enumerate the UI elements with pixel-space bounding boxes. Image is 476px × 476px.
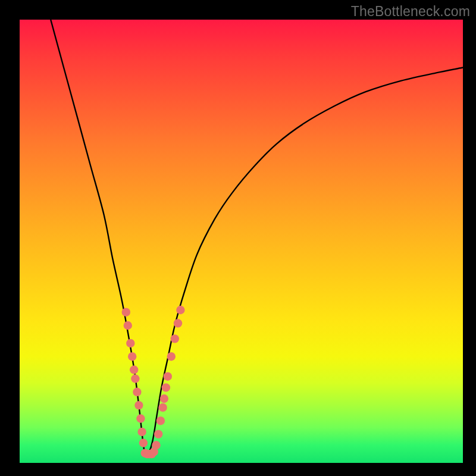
- scatter-dot: [167, 352, 176, 361]
- scatter-dot: [171, 334, 179, 343]
- chart-frame: TheBottleneck.com: [0, 0, 476, 476]
- chart-svg: [20, 20, 463, 463]
- bottleneck-curve: [51, 20, 463, 456]
- scatter-dot: [158, 403, 167, 412]
- scatter-dot: [131, 374, 139, 383]
- scatter-dot: [139, 439, 148, 447]
- scatter-dot: [156, 416, 165, 425]
- scatter-dot: [174, 319, 182, 327]
- scatter-dot: [124, 321, 132, 330]
- scatter-dot: [137, 428, 146, 436]
- scatter-dot: [154, 430, 162, 438]
- scatter-dot: [133, 388, 141, 396]
- scatter-dot: [128, 352, 136, 361]
- scatter-dot: [164, 372, 172, 381]
- watermark-text: TheBottleneck.com: [351, 4, 470, 20]
- scatter-dot: [176, 306, 184, 314]
- scatter-dot: [126, 339, 134, 347]
- plot-area: [20, 20, 463, 463]
- scatter-dot: [152, 441, 160, 449]
- scatter-dot: [162, 383, 170, 392]
- scatter-dot: [160, 394, 168, 403]
- scatter-dot: [122, 308, 130, 317]
- scatter-dot: [130, 365, 138, 374]
- scatter-dot: [134, 401, 143, 409]
- scatter-dot: [136, 414, 145, 422]
